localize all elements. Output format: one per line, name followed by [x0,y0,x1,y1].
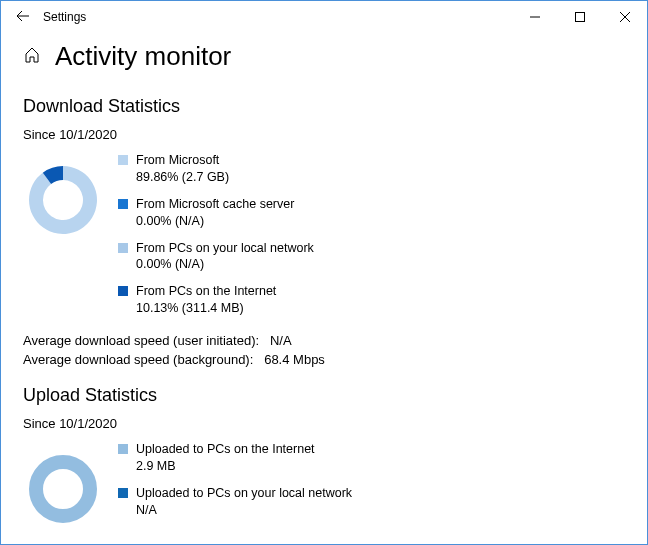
download-since: Since 10/1/2020 [23,127,625,142]
legend-swatch [118,488,128,498]
home-icon[interactable] [23,46,41,68]
svg-rect-0 [575,13,584,22]
avg-download-user-label: Average download speed (user initiated): [23,333,259,348]
minimize-button[interactable] [512,1,557,33]
avg-download-bg-value: 68.4 Mbps [264,352,325,367]
upload-legend-item: Uploaded to PCs on the Internet2.9 MB [118,441,625,475]
upload-donut-chart [23,439,118,529]
upload-heading: Upload Statistics [23,385,625,406]
upload-since: Since 10/1/2020 [23,416,625,431]
download-legend-item: From PCs on your local network0.00% (N/A… [118,240,625,274]
legend-swatch [118,199,128,209]
download-stats-row: From Microsoft89.86% (2.7 GB)From Micros… [23,150,625,327]
download-heading: Download Statistics [23,96,625,117]
download-legend-item: From Microsoft cache server0.00% (N/A) [118,196,625,230]
maximize-icon [575,12,585,22]
legend-label: From PCs on your local network [136,240,314,257]
back-arrow-icon [16,9,30,23]
upload-stats-row: Uploaded to PCs on the Internet2.9 MBUpl… [23,439,625,529]
svg-point-1 [36,462,90,516]
window-title: Settings [43,10,86,24]
avg-download-user-value: N/A [270,333,292,348]
upload-section: Upload Statistics Since 10/1/2020 Upload… [23,385,625,529]
legend-text: From Microsoft89.86% (2.7 GB) [136,152,229,186]
content-area: Activity monitor Download Statistics Sin… [1,41,647,545]
legend-value: 0.00% (N/A) [136,213,294,230]
legend-value: 10.13% (311.4 MB) [136,300,276,317]
legend-label: From PCs on the Internet [136,283,276,300]
page-header: Activity monitor [23,41,625,72]
upload-legend: Uploaded to PCs on the Internet2.9 MBUpl… [118,439,625,529]
avg-download-bg-label: Average download speed (background): [23,352,253,367]
close-icon [620,12,630,22]
window-controls [512,1,647,33]
legend-text: Uploaded to PCs on the Internet2.9 MB [136,441,315,475]
legend-value: 2.9 MB [136,458,315,475]
legend-value: 89.86% (2.7 GB) [136,169,229,186]
legend-label: Uploaded to PCs on your local network [136,485,352,502]
legend-swatch [118,155,128,165]
legend-label: From Microsoft cache server [136,196,294,213]
legend-text: From PCs on your local network0.00% (N/A… [136,240,314,274]
back-button[interactable] [9,9,37,26]
page-title: Activity monitor [55,41,231,72]
download-legend-item: From Microsoft89.86% (2.7 GB) [118,152,625,186]
legend-value: N/A [136,502,352,519]
maximize-button[interactable] [557,1,602,33]
titlebar: Settings [1,1,647,33]
legend-label: Uploaded to PCs on the Internet [136,441,315,458]
legend-text: From Microsoft cache server0.00% (N/A) [136,196,294,230]
legend-value: 0.00% (N/A) [136,256,314,273]
avg-download-bg: Average download speed (background): 68.… [23,352,625,367]
minimize-icon [530,12,540,22]
close-button[interactable] [602,1,647,33]
download-legend-item: From PCs on the Internet10.13% (311.4 MB… [118,283,625,317]
upload-legend-item: Uploaded to PCs on your local networkN/A [118,485,625,519]
download-donut-chart [23,150,118,240]
legend-label: From Microsoft [136,152,229,169]
avg-download-user: Average download speed (user initiated):… [23,333,625,348]
legend-swatch [118,243,128,253]
download-legend: From Microsoft89.86% (2.7 GB)From Micros… [118,150,625,327]
legend-swatch [118,444,128,454]
legend-text: Uploaded to PCs on your local networkN/A [136,485,352,519]
legend-swatch [118,286,128,296]
legend-text: From PCs on the Internet10.13% (311.4 MB… [136,283,276,317]
